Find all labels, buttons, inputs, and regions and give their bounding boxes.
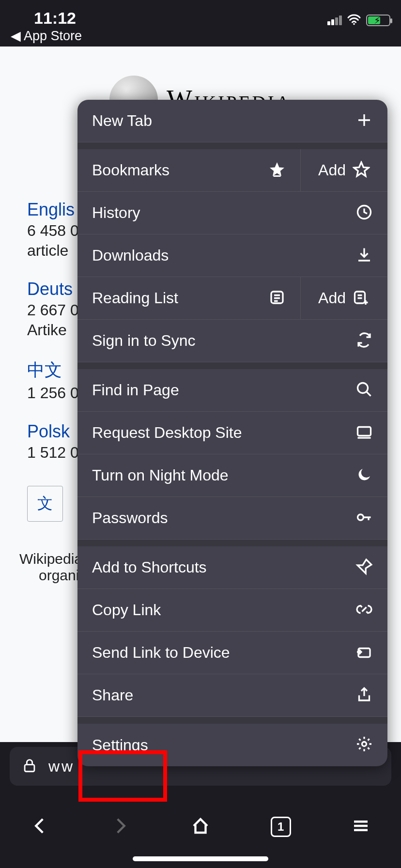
menu-sync[interactable]: Sign in to Sync — [77, 320, 387, 362]
back-button[interactable] — [30, 816, 50, 838]
back-to-app[interactable]: ◀ App Store — [11, 28, 82, 44]
key-icon — [355, 509, 373, 528]
home-indicator — [133, 856, 268, 861]
menu-downloads[interactable]: Downloads — [77, 234, 387, 277]
menu-desktop-site[interactable]: Request Desktop Site — [77, 412, 387, 454]
menu-reading-list[interactable]: Reading List — [77, 277, 300, 319]
star-outline-icon — [353, 161, 370, 180]
status-icons: ⚡︎ — [327, 14, 390, 27]
plus-icon — [355, 111, 373, 131]
pin-icon — [355, 558, 373, 577]
menu-night-mode[interactable]: Turn on Night Mode — [77, 454, 387, 497]
status-time: 11:12 — [34, 9, 76, 28]
signal-icon — [327, 16, 342, 25]
forward-button[interactable] — [110, 816, 130, 838]
menu-bookmarks[interactable]: Bookmarks — [77, 149, 300, 191]
wifi-icon — [347, 14, 361, 27]
status-bar: 11:12 ◀ App Store ⚡︎ — [0, 0, 401, 46]
sync-icon — [355, 331, 373, 351]
menu-settings[interactable]: Settings — [77, 724, 387, 766]
menu-find[interactable]: Find in Page — [77, 369, 387, 412]
svg-rect-2 — [274, 175, 281, 177]
svg-point-0 — [353, 23, 355, 25]
tabs-button[interactable]: 1 — [271, 817, 291, 837]
svg-point-8 — [358, 514, 364, 520]
menu-share[interactable]: Share — [77, 674, 387, 717]
menu-new-tab[interactable]: New Tab — [77, 100, 387, 142]
share-icon — [355, 686, 373, 705]
url-text: ww — [48, 758, 75, 775]
download-icon — [355, 246, 373, 265]
browser-menu: New Tab Bookmarks Add History — [77, 100, 387, 766]
desktop-icon — [355, 423, 373, 443]
browser-toolbar: 1 — [0, 805, 401, 849]
menu-history[interactable]: History — [77, 192, 387, 234]
menu-shortcuts[interactable]: Add to Shortcuts — [77, 546, 387, 589]
svg-rect-7 — [358, 427, 371, 435]
svg-point-10 — [362, 742, 367, 746]
menu-reading-list-add[interactable]: Add — [300, 277, 387, 319]
send-device-icon — [355, 643, 373, 663]
menu-button[interactable] — [351, 816, 371, 838]
battery-icon: ⚡︎ — [366, 15, 390, 26]
menu-passwords[interactable]: Passwords — [77, 497, 387, 540]
reading-list-icon — [268, 289, 286, 308]
menu-bookmarks-add[interactable]: Add — [300, 149, 387, 191]
home-button[interactable] — [190, 816, 211, 838]
svg-rect-1 — [25, 765, 34, 772]
language-picker-button[interactable]: 文 — [27, 486, 63, 522]
gear-icon — [355, 735, 373, 755]
menu-send-link[interactable]: Send Link to Device — [77, 632, 387, 674]
reading-list-add-icon — [353, 289, 370, 308]
menu-copy-link[interactable]: Copy Link — [77, 589, 387, 632]
svg-point-6 — [358, 383, 368, 393]
lock-icon — [21, 757, 38, 775]
moon-icon — [355, 466, 373, 485]
link-icon — [355, 601, 373, 620]
clock-icon — [355, 203, 373, 223]
search-icon — [355, 381, 373, 400]
star-filled-icon — [268, 161, 286, 180]
